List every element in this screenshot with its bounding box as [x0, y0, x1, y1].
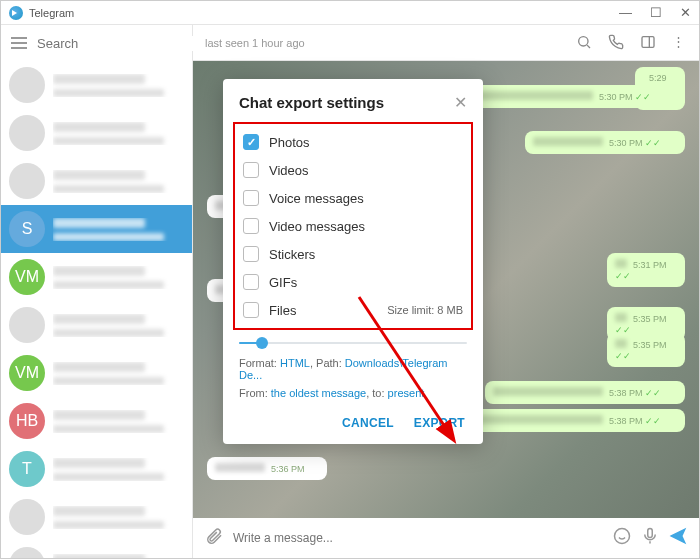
- size-limit-label: Size limit: 8 MB: [387, 304, 463, 316]
- export-option[interactable]: Stickers: [237, 240, 469, 268]
- chat-list-item[interactable]: VM: [1, 349, 192, 397]
- message-bubble: 5:31 PM ✓✓: [607, 253, 685, 287]
- option-label: Videos: [269, 163, 309, 178]
- cancel-button[interactable]: CANCEL: [342, 416, 394, 430]
- chat-list-item[interactable]: [1, 61, 192, 109]
- option-label: Files: [269, 303, 296, 318]
- avatar: HB: [9, 403, 45, 439]
- checkbox[interactable]: [243, 134, 259, 150]
- option-label: Video messages: [269, 219, 365, 234]
- menu-button[interactable]: [11, 37, 27, 49]
- chat-list: SVMVMHBT: [1, 61, 192, 558]
- message-bubble: 5:30 PM ✓✓: [525, 131, 685, 154]
- checkbox[interactable]: [243, 162, 259, 178]
- emoji-icon[interactable]: [613, 527, 631, 549]
- avatar: [9, 67, 45, 103]
- range-line: From: the oldest message, to: present: [223, 384, 483, 402]
- close-button[interactable]: ✕: [680, 5, 691, 20]
- avatar: [9, 499, 45, 535]
- export-options: PhotosVideosVoice messagesVideo messages…: [233, 122, 473, 330]
- svg-point-1: [579, 36, 588, 45]
- sidebar: SVMVMHBT: [1, 25, 193, 558]
- avatar: S: [9, 211, 45, 247]
- chat-list-item[interactable]: [1, 493, 192, 541]
- option-label: Stickers: [269, 247, 315, 262]
- maximize-button[interactable]: ☐: [650, 5, 662, 20]
- chat-status: last seen 1 hour ago: [205, 37, 576, 49]
- chat-list-item[interactable]: [1, 301, 192, 349]
- search-icon[interactable]: [576, 34, 592, 52]
- svg-point-3: [615, 529, 630, 544]
- message-bubble: 5:36 PM: [207, 457, 327, 480]
- search-input[interactable]: [37, 36, 205, 51]
- checkbox[interactable]: [243, 190, 259, 206]
- svg-rect-4: [648, 529, 653, 538]
- window-controls: — ☐ ✕: [619, 5, 691, 20]
- minimize-button[interactable]: —: [619, 5, 632, 20]
- search-bar: [1, 25, 192, 61]
- chat-header: last seen 1 hour ago ⋮: [193, 25, 699, 61]
- option-label: Photos: [269, 135, 309, 150]
- export-option[interactable]: GIFs: [237, 268, 469, 296]
- export-option[interactable]: Photos: [237, 128, 469, 156]
- chat-list-item[interactable]: [1, 157, 192, 205]
- avatar: [9, 307, 45, 343]
- chat-list-item[interactable]: HB: [1, 397, 192, 445]
- option-label: GIFs: [269, 275, 297, 290]
- voice-icon[interactable]: [641, 527, 659, 549]
- message-bubble: 5:35 PM ✓✓: [607, 333, 685, 367]
- chat-list-item[interactable]: T: [1, 445, 192, 493]
- format-link[interactable]: HTML: [280, 357, 310, 369]
- attach-icon[interactable]: [205, 527, 223, 549]
- more-icon[interactable]: ⋮: [672, 34, 687, 52]
- chat-list-item[interactable]: S: [1, 205, 192, 253]
- export-option[interactable]: Voice messages: [237, 184, 469, 212]
- avatar: [9, 115, 45, 151]
- export-settings-dialog: Chat export settings ✕ PhotosVideosVoice…: [223, 79, 483, 444]
- export-option[interactable]: Videos: [237, 156, 469, 184]
- export-option[interactable]: Video messages: [237, 212, 469, 240]
- export-option[interactable]: FilesSize limit: 8 MB: [237, 296, 469, 324]
- avatar: VM: [9, 355, 45, 391]
- format-line: Format: HTML, Path: Downloads\Telegram D…: [223, 354, 483, 384]
- app-title: Telegram: [29, 7, 74, 19]
- telegram-icon: [9, 6, 23, 20]
- chat-list-item[interactable]: [1, 541, 192, 558]
- size-slider[interactable]: [223, 336, 483, 354]
- avatar: T: [9, 451, 45, 487]
- checkbox[interactable]: [243, 274, 259, 290]
- send-icon[interactable]: [669, 527, 687, 549]
- dialog-title: Chat export settings: [239, 94, 454, 111]
- from-link[interactable]: the oldest message: [271, 387, 366, 399]
- avatar: [9, 547, 45, 558]
- avatar: VM: [9, 259, 45, 295]
- message-input-bar: [193, 518, 699, 558]
- close-icon[interactable]: ✕: [454, 93, 467, 112]
- export-button[interactable]: EXPORT: [414, 416, 465, 430]
- chat-list-item[interactable]: VM: [1, 253, 192, 301]
- checkbox[interactable]: [243, 302, 259, 318]
- message-bubble: 5:38 PM ✓✓: [485, 381, 685, 404]
- checkbox[interactable]: [243, 246, 259, 262]
- to-link[interactable]: present: [388, 387, 425, 399]
- svg-rect-2: [642, 36, 654, 47]
- message-input[interactable]: [233, 531, 603, 545]
- option-label: Voice messages: [269, 191, 364, 206]
- chat-list-item[interactable]: [1, 109, 192, 157]
- avatar: [9, 163, 45, 199]
- sidebar-toggle-icon[interactable]: [640, 34, 656, 52]
- checkbox[interactable]: [243, 218, 259, 234]
- call-icon[interactable]: [608, 34, 624, 52]
- window-titlebar: Telegram — ☐ ✕: [1, 1, 699, 25]
